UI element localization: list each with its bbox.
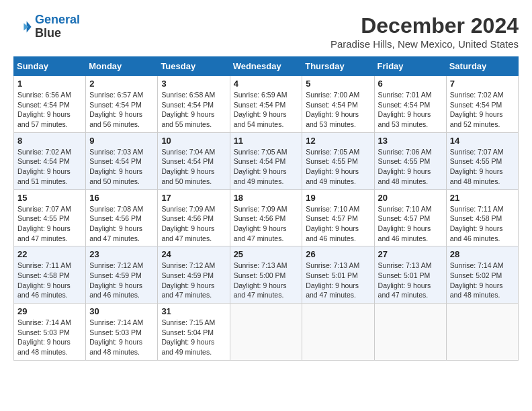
day-number: 6 <box>378 79 443 89</box>
calendar-cell: 15Sunrise: 7:07 AMSunset: 4:55 PMDayligh… <box>14 189 86 246</box>
calendar-cell <box>302 304 374 361</box>
day-number: 14 <box>450 136 515 146</box>
calendar-cell: 21Sunrise: 7:11 AMSunset: 4:58 PMDayligh… <box>446 189 518 246</box>
calendar-cell: 4Sunrise: 6:59 AMSunset: 4:54 PMDaylight… <box>230 76 302 133</box>
day-info: Sunrise: 7:06 AMSunset: 4:55 PMDaylight:… <box>378 147 443 187</box>
calendar-cell: 19Sunrise: 7:10 AMSunset: 4:57 PMDayligh… <box>302 189 374 246</box>
calendar-cell: 24Sunrise: 7:12 AMSunset: 4:59 PMDayligh… <box>158 246 230 304</box>
day-info: Sunrise: 7:10 AMSunset: 4:57 PMDaylight:… <box>306 204 370 244</box>
day-number: 13 <box>378 136 443 146</box>
day-number: 18 <box>234 193 299 203</box>
header: General Blue December 2024 Paradise Hill… <box>13 13 519 50</box>
day-info: Sunrise: 7:14 AMSunset: 5:03 PMDaylight:… <box>17 318 82 357</box>
day-number: 17 <box>161 193 226 203</box>
calendar-header-row: SundayMondayTuesdayWednesdayThursdayFrid… <box>14 57 519 76</box>
day-info: Sunrise: 7:13 AMSunset: 5:01 PMDaylight:… <box>306 261 370 300</box>
day-number: 12 <box>306 136 370 146</box>
day-number: 22 <box>17 249 82 259</box>
day-number: 8 <box>17 136 82 146</box>
day-number: 23 <box>89 249 154 259</box>
day-info: Sunrise: 7:02 AMSunset: 4:54 PMDaylight:… <box>17 147 82 187</box>
day-info: Sunrise: 7:02 AMSunset: 4:54 PMDaylight:… <box>450 90 515 130</box>
calendar-cell <box>446 304 518 361</box>
day-info: Sunrise: 6:59 AMSunset: 4:54 PMDaylight:… <box>234 90 299 130</box>
calendar-cell: 2Sunrise: 6:57 AMSunset: 4:54 PMDaylight… <box>86 76 158 133</box>
day-number: 20 <box>378 193 443 203</box>
calendar-header-monday: Monday <box>86 57 158 76</box>
location-title: Paradise Hills, New Mexico, United State… <box>330 38 519 50</box>
day-number: 27 <box>378 249 443 259</box>
day-info: Sunrise: 6:57 AMSunset: 4:54 PMDaylight:… <box>89 90 154 130</box>
day-info: Sunrise: 7:11 AMSunset: 4:58 PMDaylight:… <box>17 261 82 300</box>
day-info: Sunrise: 7:12 AMSunset: 4:59 PMDaylight:… <box>89 261 154 300</box>
day-info: Sunrise: 7:15 AMSunset: 5:04 PMDaylight:… <box>161 318 226 357</box>
calendar-cell: 28Sunrise: 7:14 AMSunset: 5:02 PMDayligh… <box>446 246 518 304</box>
calendar-cell: 26Sunrise: 7:13 AMSunset: 5:01 PMDayligh… <box>302 246 374 304</box>
day-number: 4 <box>234 79 299 89</box>
day-info: Sunrise: 7:10 AMSunset: 4:57 PMDaylight:… <box>378 204 443 244</box>
day-info: Sunrise: 7:05 AMSunset: 4:54 PMDaylight:… <box>234 147 299 187</box>
day-info: Sunrise: 7:07 AMSunset: 4:55 PMDaylight:… <box>450 147 515 187</box>
day-info: Sunrise: 7:09 AMSunset: 4:56 PMDaylight:… <box>234 204 299 244</box>
calendar-cell: 7Sunrise: 7:02 AMSunset: 4:54 PMDaylight… <box>446 76 518 133</box>
day-number: 21 <box>450 193 515 203</box>
calendar-cell: 16Sunrise: 7:08 AMSunset: 4:56 PMDayligh… <box>86 189 158 246</box>
calendar-header-friday: Friday <box>374 57 446 76</box>
day-info: Sunrise: 7:08 AMSunset: 4:56 PMDaylight:… <box>89 204 154 244</box>
day-number: 7 <box>450 79 515 89</box>
calendar-cell: 6Sunrise: 7:01 AMSunset: 4:54 PMDaylight… <box>374 76 446 133</box>
calendar-cell: 9Sunrise: 7:03 AMSunset: 4:54 PMDaylight… <box>86 132 158 189</box>
day-number: 29 <box>17 306 82 316</box>
calendar-cell: 31Sunrise: 7:15 AMSunset: 5:04 PMDayligh… <box>158 304 230 361</box>
calendar-header-sunday: Sunday <box>14 57 86 76</box>
title-area: December 2024 Paradise Hills, New Mexico… <box>330 13 519 50</box>
calendar-header-tuesday: Tuesday <box>158 57 230 76</box>
calendar-cell: 12Sunrise: 7:05 AMSunset: 4:55 PMDayligh… <box>302 132 374 189</box>
day-number: 2 <box>89 79 154 89</box>
day-number: 16 <box>89 193 154 203</box>
logo-icon <box>13 17 32 36</box>
calendar-cell: 10Sunrise: 7:04 AMSunset: 4:54 PMDayligh… <box>158 132 230 189</box>
calendar-cell: 30Sunrise: 7:14 AMSunset: 5:03 PMDayligh… <box>86 304 158 361</box>
calendar-header-thursday: Thursday <box>302 57 374 76</box>
calendar-cell: 27Sunrise: 7:13 AMSunset: 5:01 PMDayligh… <box>374 246 446 304</box>
day-number: 24 <box>161 249 226 259</box>
calendar-cell: 5Sunrise: 7:00 AMSunset: 4:54 PMDaylight… <box>302 76 374 133</box>
calendar-cell: 18Sunrise: 7:09 AMSunset: 4:56 PMDayligh… <box>230 189 302 246</box>
day-number: 9 <box>89 136 154 146</box>
day-number: 15 <box>17 193 82 203</box>
calendar-cell: 20Sunrise: 7:10 AMSunset: 4:57 PMDayligh… <box>374 189 446 246</box>
day-number: 5 <box>306 79 370 89</box>
calendar-cell: 17Sunrise: 7:09 AMSunset: 4:56 PMDayligh… <box>158 189 230 246</box>
day-info: Sunrise: 7:14 AMSunset: 5:02 PMDaylight:… <box>450 261 515 300</box>
day-number: 25 <box>234 249 299 259</box>
day-number: 19 <box>306 193 370 203</box>
day-info: Sunrise: 6:58 AMSunset: 4:54 PMDaylight:… <box>161 90 226 130</box>
calendar-cell: 3Sunrise: 6:58 AMSunset: 4:54 PMDaylight… <box>158 76 230 133</box>
day-number: 3 <box>161 79 226 89</box>
logo-text: General Blue <box>35 13 80 40</box>
logo: General Blue <box>13 13 80 40</box>
calendar-cell: 29Sunrise: 7:14 AMSunset: 5:03 PMDayligh… <box>14 304 86 361</box>
day-info: Sunrise: 7:13 AMSunset: 5:00 PMDaylight:… <box>234 261 299 300</box>
month-title: December 2024 <box>330 13 519 38</box>
day-number: 11 <box>234 136 299 146</box>
calendar-week-row: 8Sunrise: 7:02 AMSunset: 4:54 PMDaylight… <box>14 132 519 189</box>
day-info: Sunrise: 7:14 AMSunset: 5:03 PMDaylight:… <box>89 318 154 357</box>
calendar-week-row: 15Sunrise: 7:07 AMSunset: 4:55 PMDayligh… <box>14 189 519 246</box>
day-number: 30 <box>89 306 154 316</box>
day-number: 10 <box>161 136 226 146</box>
day-info: Sunrise: 7:03 AMSunset: 4:54 PMDaylight:… <box>89 147 154 187</box>
calendar-cell: 1Sunrise: 6:56 AMSunset: 4:54 PMDaylight… <box>14 76 86 133</box>
calendar-cell <box>374 304 446 361</box>
calendar-week-row: 22Sunrise: 7:11 AMSunset: 4:58 PMDayligh… <box>14 246 519 304</box>
calendar-cell: 23Sunrise: 7:12 AMSunset: 4:59 PMDayligh… <box>86 246 158 304</box>
calendar-cell: 22Sunrise: 7:11 AMSunset: 4:58 PMDayligh… <box>14 246 86 304</box>
day-info: Sunrise: 7:09 AMSunset: 4:56 PMDaylight:… <box>161 204 226 244</box>
day-info: Sunrise: 7:11 AMSunset: 4:58 PMDaylight:… <box>450 204 515 244</box>
calendar-header-wednesday: Wednesday <box>230 57 302 76</box>
day-info: Sunrise: 7:00 AMSunset: 4:54 PMDaylight:… <box>306 90 370 130</box>
day-number: 26 <box>306 249 370 259</box>
calendar: SundayMondayTuesdayWednesdayThursdayFrid… <box>13 56 519 361</box>
day-number: 1 <box>17 79 82 89</box>
